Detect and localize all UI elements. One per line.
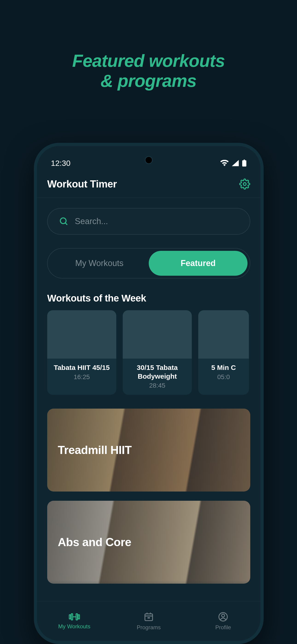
search-input[interactable] <box>75 216 238 226</box>
workout-title: 5 Min C <box>201 363 246 372</box>
tab-my-workouts[interactable]: My Workouts <box>50 251 149 276</box>
workout-card[interactable]: Tabata HIIT 45/15 16:25 <box>47 310 116 395</box>
nav-label: Profile <box>215 624 231 631</box>
page-title: Workout Timer <box>47 178 117 190</box>
app-header: Workout Timer <box>37 171 260 198</box>
svg-rect-12 <box>147 617 150 618</box>
nav-my-workouts[interactable]: My Workouts <box>37 602 112 641</box>
tab-featured[interactable]: Featured <box>149 251 248 276</box>
nav-programs[interactable]: Programs <box>112 602 186 641</box>
cellular-icon <box>232 160 239 166</box>
svg-point-0 <box>243 183 246 186</box>
promo-line-2: & programs <box>100 71 196 90</box>
nav-label: Programs <box>137 624 161 631</box>
search-icon <box>59 217 68 226</box>
workout-thumbnail <box>123 310 192 358</box>
program-title: Treadmill HIIT <box>58 444 132 457</box>
workout-duration: 05:0 <box>201 373 246 381</box>
nav-label: My Workouts <box>58 623 90 630</box>
profile-icon <box>218 612 228 622</box>
svg-point-1 <box>60 218 66 224</box>
bottom-nav: My Workouts Programs Profile <box>37 601 260 641</box>
svg-rect-6 <box>78 615 80 619</box>
workout-card[interactable]: 30/15 Tabata Bodyweight 28:45 <box>123 310 192 395</box>
status-icons <box>220 160 246 166</box>
svg-rect-4 <box>71 614 72 620</box>
workout-title: 30/15 Tabata Bodyweight <box>126 363 189 380</box>
workout-duration: 28:45 <box>126 382 189 389</box>
workout-card[interactable]: 5 Min C 05:0 <box>198 310 249 395</box>
phone-screen: 12:30 Workout Timer My Workouts Featured… <box>37 146 260 641</box>
workout-thumbnail <box>198 310 249 358</box>
gear-icon[interactable] <box>239 178 250 190</box>
promo-line-1: Featured workouts <box>72 51 225 70</box>
promo-headline: Featured workouts & programs <box>0 0 297 91</box>
program-title: Abs and Core <box>58 536 131 549</box>
dumbbell-icon <box>69 613 80 621</box>
phone-frame: 12:30 Workout Timer My Workouts Featured… <box>34 143 264 644</box>
workout-thumbnail <box>47 310 116 358</box>
svg-point-14 <box>222 614 225 617</box>
nav-profile[interactable]: Profile <box>186 602 260 641</box>
search-bar[interactable] <box>47 208 250 235</box>
filter-tabs: My Workouts Featured <box>47 248 250 278</box>
program-card[interactable]: Abs and Core <box>47 501 250 584</box>
svg-line-2 <box>66 223 67 225</box>
svg-rect-3 <box>69 615 70 619</box>
section-title-week: Workouts of the Week <box>37 278 260 310</box>
week-workout-list[interactable]: Tabata HIIT 45/15 16:25 30/15 Tabata Bod… <box>37 310 260 395</box>
wifi-icon <box>220 160 228 166</box>
battery-icon <box>242 160 246 166</box>
program-card[interactable]: Treadmill HIIT <box>47 408 250 492</box>
workout-duration: 16:25 <box>50 373 114 381</box>
program-list: Treadmill HIIT Abs and Core <box>37 395 260 584</box>
calendar-icon <box>144 612 154 622</box>
svg-rect-5 <box>76 614 77 620</box>
camera-hole <box>145 156 153 164</box>
status-time: 12:30 <box>51 159 70 168</box>
workout-title: Tabata HIIT 45/15 <box>50 363 114 372</box>
